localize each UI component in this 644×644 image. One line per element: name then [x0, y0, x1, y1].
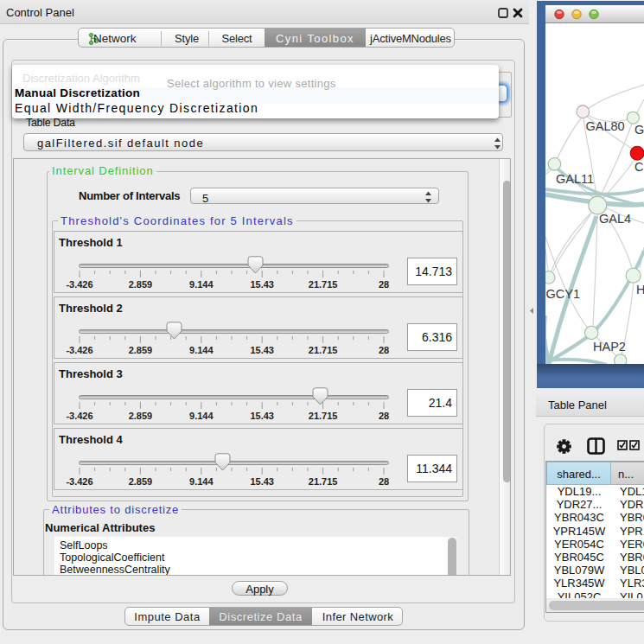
svg-text:GAL4: GAL4	[599, 212, 631, 226]
svg-text:GA: GA	[634, 123, 644, 137]
svg-text:H: H	[636, 283, 644, 296]
svg-text:HAP2: HAP2	[593, 340, 626, 354]
svg-text:GCY1: GCY1	[546, 287, 581, 301]
svg-text:GAL80: GAL80	[586, 119, 625, 133]
svg-text:GAL11: GAL11	[556, 172, 594, 186]
svg-text:C: C	[634, 160, 643, 174]
